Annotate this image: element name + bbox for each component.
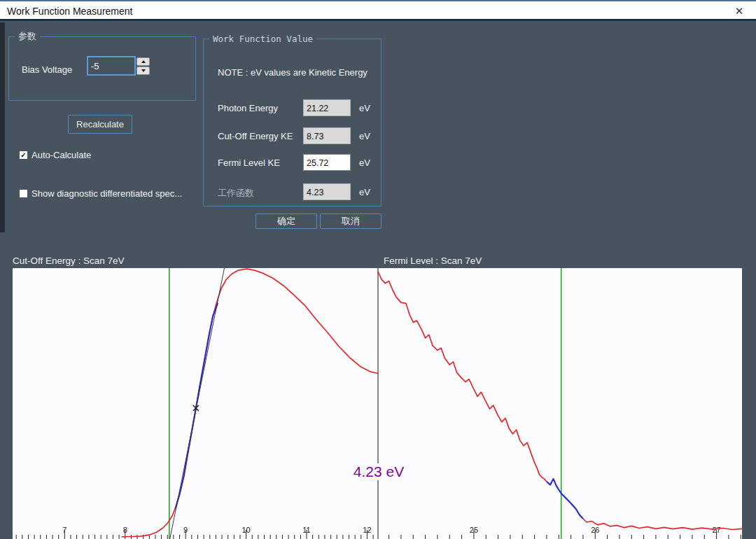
svg-text:25: 25 xyxy=(470,526,478,534)
spin-up-button[interactable] xyxy=(136,57,150,66)
svg-text:8: 8 xyxy=(123,526,127,534)
auto-calculate-label: Auto-Calculate xyxy=(31,150,91,160)
spin-down-button[interactable] xyxy=(136,66,150,75)
cutoff-energy-label: Cut-Off Energy KE xyxy=(218,131,293,141)
show-diagnostic-checkbox-row[interactable]: Show diagnostic differentiated spec... xyxy=(20,188,182,199)
photon-energy-field xyxy=(303,99,351,116)
cutoff-chart-title: Cut-Off Energy : Scan 7eV xyxy=(13,255,125,266)
cancel-button[interactable]: 取消 xyxy=(320,214,382,229)
parameters-group-title: 参数 xyxy=(15,30,40,43)
auto-calculate-checkbox[interactable]: ✓ xyxy=(20,151,27,159)
recalculate-button[interactable]: Recalculate xyxy=(68,115,132,134)
kinetic-energy-note: NOTE : eV values are Kinetic Energy xyxy=(218,67,368,78)
svg-text:7: 7 xyxy=(62,526,66,534)
work-function-field xyxy=(303,183,351,200)
spin-down-icon xyxy=(141,69,146,72)
svg-text:27: 27 xyxy=(712,526,720,534)
fermi-level-unit: eV xyxy=(359,158,370,168)
fermi-level-field[interactable] xyxy=(303,154,351,171)
spectra-chart-canvas[interactable]: 789101112252627 xyxy=(13,268,742,539)
cutoff-energy-unit: eV xyxy=(359,131,370,141)
show-diagnostic-label: Show diagnostic differentiated spec... xyxy=(31,188,182,199)
work-function-annotation: 4.23 eV xyxy=(349,463,409,480)
parameters-group: 参数 Bias Voltage xyxy=(8,30,196,101)
bias-voltage-stepper xyxy=(87,56,150,76)
bias-voltage-label: Bias Voltage xyxy=(22,64,72,75)
photon-energy-unit: eV xyxy=(359,103,370,113)
photon-energy-label: Photon Energy xyxy=(218,103,278,113)
spin-up-icon xyxy=(141,60,146,63)
svg-text:11: 11 xyxy=(302,526,310,534)
fermi-level-label: Fermi Level KE xyxy=(218,158,280,168)
title-bar: Work Function Measurement ✕ xyxy=(0,0,756,21)
ok-button[interactable]: 确定 xyxy=(255,214,317,229)
bias-voltage-spinner xyxy=(136,56,150,76)
show-diagnostic-checkbox[interactable] xyxy=(20,190,27,197)
close-icon[interactable]: ✕ xyxy=(725,1,753,21)
work-function-unit: eV xyxy=(359,187,370,197)
svg-text:12: 12 xyxy=(363,526,371,534)
work-function-group: Work Function Value NOTE : eV values are… xyxy=(203,34,382,206)
auto-calculate-checkbox-row[interactable]: ✓ Auto-Calculate xyxy=(20,150,91,160)
work-function-label: 工作函数 xyxy=(218,187,254,200)
bias-voltage-input[interactable] xyxy=(88,57,137,74)
svg-text:10: 10 xyxy=(241,526,250,534)
work-function-group-title: Work Function Value xyxy=(209,34,316,44)
bias-voltage-field[interactable] xyxy=(87,56,136,76)
svg-text:26: 26 xyxy=(591,526,599,534)
svg-text:9: 9 xyxy=(183,526,188,534)
fermi-chart-title: Fermi Level : Scan 7eV xyxy=(384,255,482,266)
cutoff-energy-field xyxy=(303,127,351,144)
background-window-strip xyxy=(0,22,5,232)
window-title: Work Function Measurement xyxy=(7,1,132,21)
